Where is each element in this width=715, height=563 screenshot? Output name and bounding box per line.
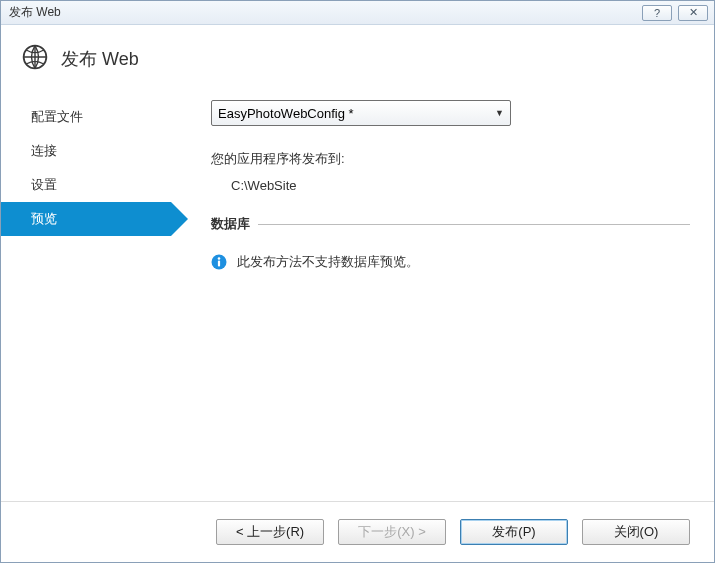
sidebar-item-settings[interactable]: 设置 [1, 168, 171, 202]
sidebar-item-label: 配置文件 [31, 108, 83, 126]
button-label: 发布(P) [492, 523, 535, 541]
sidebar-item-label: 预览 [31, 210, 57, 228]
profile-row: EasyPhotoWebConfig * ▼ [211, 100, 690, 126]
globe-icon [21, 43, 49, 74]
help-icon: ? [654, 7, 660, 19]
help-button[interactable]: ? [642, 5, 672, 21]
database-section-header: 数据库 [211, 215, 690, 233]
chevron-down-icon: ▼ [495, 108, 504, 118]
titlebar: 发布 Web ? ✕ [1, 1, 714, 25]
sidebar: 配置文件 连接 设置 预览 [1, 90, 171, 502]
profile-select-value: EasyPhotoWebConfig * [218, 106, 354, 121]
sidebar-item-label: 设置 [31, 176, 57, 194]
sidebar-item-preview[interactable]: 预览 [1, 202, 171, 236]
sidebar-item-label: 连接 [31, 142, 57, 160]
close-window-button[interactable]: ✕ [678, 5, 708, 21]
publish-button[interactable]: 发布(P) [460, 519, 568, 545]
button-label: 关闭(O) [614, 523, 659, 541]
sidebar-item-connection[interactable]: 连接 [1, 134, 171, 168]
dialog-body: 配置文件 连接 设置 预览 EasyPhotoWebConfig * ▼ [1, 90, 714, 502]
info-icon [211, 254, 227, 270]
dialog-footer: < 上一步(R) 下一步(X) > 发布(P) 关闭(O) [1, 502, 714, 562]
sidebar-item-profile[interactable]: 配置文件 [1, 100, 171, 134]
titlebar-buttons: ? ✕ [642, 5, 710, 21]
section-divider [258, 224, 690, 225]
main-panel: EasyPhotoWebConfig * ▼ 您的应用程序将发布到: C:\We… [171, 90, 714, 502]
dialog-window: 发布 Web ? ✕ 发布 Web 配置文件 [0, 0, 715, 563]
publish-to-label: 您的应用程序将发布到: [211, 150, 690, 168]
dialog-title: 发布 Web [61, 47, 139, 71]
prev-button[interactable]: < 上一步(R) [216, 519, 324, 545]
database-info-text: 此发布方法不支持数据库预览。 [237, 253, 419, 271]
button-label: 下一步(X) > [358, 523, 426, 541]
close-icon: ✕ [689, 6, 698, 19]
database-info-row: 此发布方法不支持数据库预览。 [211, 253, 690, 271]
profile-select[interactable]: EasyPhotoWebConfig * ▼ [211, 100, 511, 126]
footer-divider [1, 501, 714, 502]
dialog-header: 发布 Web [1, 25, 714, 90]
button-label: < 上一步(R) [236, 523, 304, 541]
next-button: 下一步(X) > [338, 519, 446, 545]
titlebar-text: 发布 Web [5, 4, 61, 21]
publish-path: C:\WebSite [211, 178, 690, 193]
svg-point-2 [218, 257, 221, 260]
database-section-title: 数据库 [211, 215, 250, 233]
close-button[interactable]: 关闭(O) [582, 519, 690, 545]
svg-rect-3 [218, 261, 220, 267]
dialog-content: 发布 Web 配置文件 连接 设置 预览 [1, 25, 714, 562]
